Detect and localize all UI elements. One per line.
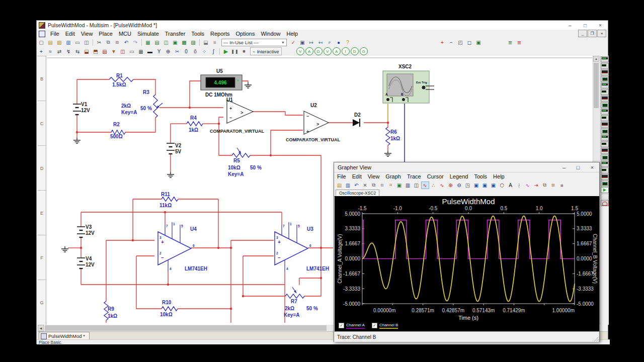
place-bus-icon[interactable]: ≈ [46,48,54,55]
oscilloscope-icon[interactable] [601,76,609,82]
breadboard-icon[interactable]: ▣ [171,39,179,46]
probe-ref-icon[interactable]: I [342,47,350,55]
signal-icon[interactable]: ʃ [209,48,217,55]
postprocessor-icon[interactable]: ▨ [189,39,197,46]
word-generator-icon[interactable] [601,102,609,108]
overlay-traces-icon[interactable]: ◫ [413,182,421,189]
place-subcircuit-icon[interactable]: ⬓ [83,48,91,55]
grapher-menu-legend[interactable]: Legend [447,173,471,179]
fullscreen-icon[interactable]: ▣ [474,39,482,46]
spreadsheet-bar-icon[interactable]: ≣ [515,39,523,46]
cursors-icon[interactable]: ∤ [515,182,523,189]
grapher-menu-trace[interactable]: Trace [404,173,424,179]
zoom-area-icon[interactable]: ◳ [464,182,472,189]
cut-icon[interactable]: ✂ [95,39,103,46]
cut-region-icon[interactable]: ✂ [173,48,181,55]
current-clamp-icon[interactable] [601,200,609,206]
bode-plotter-icon[interactable] [601,89,609,95]
place-wire-icon[interactable]: + [37,48,45,55]
menu-place[interactable]: Place [96,31,116,37]
logic-analyzer-icon[interactable] [601,115,609,121]
line-scatter-icon[interactable]: ∿ [438,182,446,189]
save-icon[interactable]: ▥ [344,182,352,189]
minimize-button[interactable]: – [562,21,578,30]
back-annotate-icon[interactable]: ↤ [316,39,325,46]
open-sample-icon[interactable]: ▧ [55,39,63,46]
close-button[interactable]: × [593,21,608,30]
grapher-menu-graph[interactable]: Graph [382,173,404,179]
logic-converter-icon[interactable] [601,109,609,115]
probe-voltage-icon[interactable]: V [296,47,304,55]
tektronix-oscilloscope-icon[interactable] [601,167,609,173]
zoom-out-icon[interactable]: − [447,39,455,46]
hierarchy-icon[interactable]: ⬓ [202,39,210,46]
grapher-minimize-button[interactable]: – [557,162,571,172]
multimeter-icon[interactable] [601,56,609,62]
save-icon[interactable]: ▥ [64,39,72,46]
channel-a-checkbox[interactable]: ✓ [339,323,344,328]
erc-check-icon[interactable]: ✓ [289,39,297,46]
iv-analyzer-icon[interactable] [601,122,609,128]
zoom-height-icon[interactable]: ▣ [490,182,498,189]
net-names-icon[interactable]: ⁘ [200,48,208,55]
menu-mcu[interactable]: MCU [116,31,134,37]
bus-vector-icon[interactable]: ≡ [211,39,219,46]
copy-graph-icon[interactable]: ⧉ [541,182,549,189]
grapher-icon[interactable]: ▩ [180,39,188,46]
zero-marker-icon[interactable]: 0 [182,48,190,55]
new-file-icon[interactable]: ▢ [37,39,45,46]
current-probe-icon[interactable] [601,174,609,180]
grapher-menu-cursor[interactable]: Cursor [424,173,447,179]
menu-view[interactable]: View [78,31,96,37]
scatter-icon[interactable]: ∴ [430,182,438,189]
page-properties-icon[interactable]: ▣ [395,182,404,189]
network-analyzer-icon[interactable] [601,141,609,147]
menu-reports[interactable]: Reports [207,31,233,37]
menu-window[interactable]: Window [258,31,283,37]
scroll-up-icon[interactable]: ▲ [593,56,599,62]
mdi-minimize-button[interactable]: _ [578,30,587,37]
maximize-button[interactable]: □ [578,21,593,30]
place-comment-icon[interactable]: ▤ [101,48,109,55]
copy-icon[interactable]: ⧉ [370,182,378,189]
grapher-menu-file[interactable]: File [334,173,349,179]
menu-file[interactable]: File [47,31,62,37]
paste-icon[interactable]: ⧈ [113,39,121,46]
menu-transfer[interactable]: Transfer [162,31,189,37]
open-icon[interactable]: ▤ [336,182,344,189]
probe-current-peak-icon[interactable]: A [333,47,341,55]
menu-options[interactable]: Options [233,31,258,37]
scroll-left-icon[interactable]: ◀ [38,325,44,331]
probe-current-icon[interactable]: A [305,47,313,55]
agilent-multimeter-icon[interactable] [601,154,609,160]
bar-chart-icon[interactable]: ▥ [404,182,412,189]
tab-pulsewidthmod[interactable]: PulseWidthMod * [39,332,90,340]
labview-instrument-icon[interactable] [601,180,609,187]
channel-b-checkbox[interactable]: ✓ [372,323,377,328]
grapher-menu-view[interactable]: View [365,173,383,179]
design-toolbox-icon[interactable]: ▦ [144,39,152,46]
run-simulation-button[interactable]: ▶ [222,48,230,55]
function-generator-icon[interactable] [601,63,609,69]
comparator-probe-icon[interactable] [601,194,609,200]
grapher-menu-edit[interactable]: Edit [349,173,365,179]
four-channel-oscilloscope-icon[interactable] [601,82,609,88]
hand-icon[interactable]: ⬡ [498,182,506,189]
database-manager-icon[interactable]: ◫ [162,39,170,46]
stop-simulation-button[interactable]: ■ [240,48,248,55]
horizontal-scroll-thumb[interactable] [45,325,327,331]
stop-icon[interactable]: ■ [558,182,566,189]
find-icon[interactable]: ⌕ [326,39,334,46]
grapher-menu-help[interactable]: Help [490,173,508,179]
zoom-restore-icon[interactable]: ▣ [472,182,480,189]
place-hier-block-icon[interactable]: ⇆ [73,48,82,55]
export-icon[interactable]: ⧈ [549,182,557,189]
grid-icon[interactable]: ⌗ [387,182,395,189]
mdi-restore-button[interactable]: ❐ [588,30,597,37]
probe-settings-icon[interactable]: G [360,47,368,55]
grapher-menu-tools[interactable]: Tools [471,173,490,179]
place-connector-icon[interactable]: ↯ [64,48,72,55]
place-graphics-icon[interactable]: ▭ [128,48,136,55]
agilent-function-generator-icon[interactable] [601,148,609,154]
mdi-close-button[interactable]: × [597,30,606,37]
